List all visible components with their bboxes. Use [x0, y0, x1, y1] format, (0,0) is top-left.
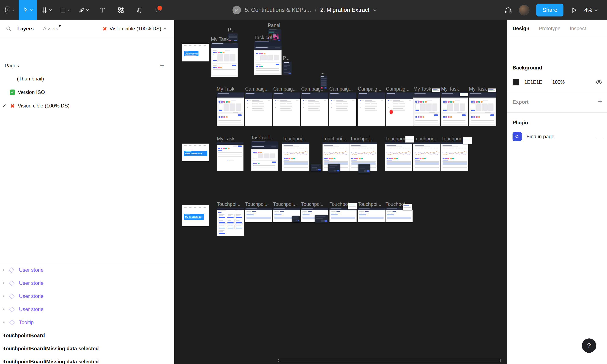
canvas-frame[interactable]: [245, 208, 272, 222]
frame-title-label[interactable]: Campaig...: [273, 86, 297, 92]
frame-title-label[interactable]: Touchpoi: [441, 136, 461, 142]
sticky-note[interactable]: [487, 89, 496, 92]
shape-tool-button[interactable]: [56, 0, 74, 20]
canvas-frame[interactable]: [358, 208, 385, 222]
canvas-frame[interactable]: [217, 142, 243, 171]
frame-title-label[interactable]: My Task: [217, 136, 235, 142]
sticky-note[interactable]: [432, 89, 440, 92]
layer-row[interactable]: #TouchpointBoard: [0, 329, 174, 342]
tab-prototype[interactable]: Prototype: [539, 26, 561, 31]
figma-menu-button[interactable]: [0, 0, 19, 20]
frame-title-label[interactable]: Touchpoi...: [350, 136, 374, 142]
canvas-frame[interactable]: My Touchpoint: [182, 205, 209, 226]
canvas-frame[interactable]: [301, 92, 328, 126]
expand-chevron-icon[interactable]: [0, 295, 7, 298]
canvas-frame[interactable]: [329, 92, 356, 126]
present-play-icon[interactable]: [570, 7, 577, 14]
frame-title-label[interactable]: P...: [283, 55, 290, 61]
frame-title-label[interactable]: Touchpoi: [386, 201, 405, 207]
canvas-frame[interactable]: [441, 142, 468, 171]
sticky-note[interactable]: [403, 204, 412, 210]
canvas-frame[interactable]: [329, 208, 357, 222]
frame-title-label[interactable]: Touchpoi...: [413, 136, 437, 142]
canvas-frame[interactable]: Data collection: [182, 44, 209, 61]
zoom-menu[interactable]: 4%: [584, 7, 598, 13]
layer-row[interactable]: User storie: [0, 263, 174, 277]
canvas-frame[interactable]: [358, 92, 385, 126]
tab-inspect[interactable]: Inspect: [570, 26, 586, 31]
frame-title-label[interactable]: Campaig...: [245, 86, 269, 92]
layer-row[interactable]: User storie: [0, 290, 174, 303]
page-row[interactable]: (Thumbnail): [0, 72, 174, 86]
page-row[interactable]: ✓Version ISO: [0, 86, 174, 99]
color-swatch[interactable]: [513, 79, 519, 86]
canvas-frame[interactable]: [273, 92, 300, 126]
current-page-selector[interactable]: Vision cible (100% DS): [102, 26, 167, 32]
expand-chevron-icon[interactable]: [0, 269, 7, 271]
frame-title-label[interactable]: Campaig...: [386, 86, 409, 92]
canvas-frame[interactable]: [282, 142, 310, 171]
move-tool-button[interactable]: [19, 0, 37, 20]
canvas[interactable]: Data collectionP...My TaskPanelTask col.…: [174, 20, 507, 364]
canvas-frame[interactable]: [413, 92, 440, 126]
comment-tool-button[interactable]: [149, 0, 167, 20]
user-avatar[interactable]: [519, 5, 529, 15]
sticky-note[interactable]: [463, 137, 472, 144]
background-hex-value[interactable]: 1E1E1E: [524, 79, 542, 85]
layer-row[interactable]: User storie: [0, 303, 174, 316]
add-export-button[interactable]: +: [598, 97, 602, 105]
project-avatar[interactable]: P: [232, 6, 241, 14]
canvas-frame[interactable]: [254, 41, 282, 75]
canvas-frame[interactable]: [386, 92, 413, 126]
layer-row[interactable]: User storie: [0, 277, 174, 290]
context-popup[interactable]: [315, 215, 328, 222]
expand-chevron-icon[interactable]: [0, 321, 7, 324]
background-color-row[interactable]: 1E1E1E 100%: [513, 78, 602, 86]
tab-layers[interactable]: Layers: [17, 26, 34, 32]
context-popup[interactable]: [328, 164, 340, 172]
frame-title-label[interactable]: Touchpoi...: [358, 201, 381, 207]
sticky-note[interactable]: [348, 203, 357, 209]
resources-tool-button[interactable]: [112, 0, 130, 20]
frame-title-label[interactable]: Campaig...: [358, 86, 381, 92]
layer-row[interactable]: #TouchpointBoard/Missing data selected: [0, 342, 174, 355]
annotation-red-dot[interactable]: [390, 110, 393, 114]
horizontal-scrollbar[interactable]: [278, 359, 501, 362]
frame-title-label[interactable]: Task col...: [254, 35, 276, 40]
sticky-note[interactable]: [460, 93, 468, 96]
canvas-frame[interactable]: [283, 62, 292, 75]
canvas-frame[interactable]: [251, 141, 278, 171]
plugin-row[interactable]: Find in page —: [513, 131, 602, 142]
layer-row[interactable]: Tooltip: [0, 316, 174, 329]
search-icon[interactable]: [5, 26, 12, 32]
context-popup[interactable]: [311, 164, 321, 171]
share-button[interactable]: Share: [536, 4, 564, 16]
pen-tool-button[interactable]: [74, 0, 93, 20]
page-row[interactable]: ✓Vision cible (100% DS): [0, 99, 174, 113]
frame-title-label[interactable]: My Task: [469, 86, 487, 92]
frame-title-label[interactable]: My Task: [441, 86, 459, 92]
frame-title-label[interactable]: Touchpoi...: [301, 201, 325, 207]
canvas-frame[interactable]: [211, 43, 238, 77]
context-popup[interactable]: [292, 216, 300, 222]
frame-title-label[interactable]: Touchpoi...: [323, 136, 346, 142]
frame-title-label[interactable]: My Task: [217, 86, 234, 92]
background-opacity-value[interactable]: 100%: [552, 79, 565, 85]
frame-title-label[interactable]: P...: [228, 27, 235, 33]
sticky-note[interactable]: [405, 136, 414, 143]
expand-chevron-icon[interactable]: [0, 282, 7, 284]
frame-title-label[interactable]: Panel: [268, 23, 280, 28]
audio-headphones-icon[interactable]: [504, 6, 512, 14]
frame-title-label[interactable]: Touchpoi...: [245, 201, 269, 207]
frame-title-label[interactable]: My Task: [413, 86, 431, 92]
canvas-frame[interactable]: [441, 92, 468, 126]
frame-title-label[interactable]: Touchpoi...: [273, 201, 297, 207]
canvas-frame[interactable]: [228, 33, 238, 41]
hand-tool-button[interactable]: [130, 0, 149, 20]
page-title[interactable]: 2. Migration Extract: [320, 7, 369, 13]
tab-assets[interactable]: Assets: [43, 26, 58, 32]
canvas-frame[interactable]: Data collection: [182, 143, 209, 161]
frame-title-label[interactable]: Touchpoi...: [282, 136, 306, 142]
chevron-down-icon[interactable]: [373, 9, 377, 11]
canvas-frame[interactable]: [217, 92, 244, 126]
